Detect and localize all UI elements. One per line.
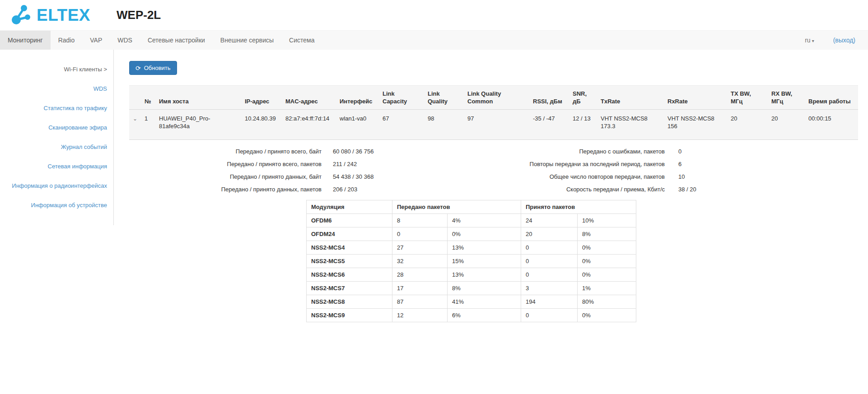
mod-tx-count: 12 (392, 309, 448, 322)
mod-rx-count: 24 (521, 214, 578, 227)
mod-name: NSS2-MCS9 (307, 309, 392, 322)
mod-tx-pct: 13% (448, 268, 521, 282)
refresh-button[interactable]: ⟳ Обновить (129, 61, 177, 75)
stat-value: 0 (665, 148, 681, 155)
modulation-table-wrap: Модуляция Передано пакетов Принято пакет… (306, 200, 858, 322)
col-num: № (141, 86, 155, 110)
client-link-quality-common: 97 (464, 110, 529, 140)
col-hostname: Имя хоста (155, 86, 241, 110)
col-tx-bw: TX BW, МГц (727, 86, 768, 110)
modulation-row: OFDM24 0 0% 20 8% (307, 227, 636, 241)
client-ip: 10.24.80.39 (241, 110, 282, 140)
eltex-logo: ELTEX (11, 4, 90, 26)
stat-label: Передано / принято данных, пакетов (129, 186, 322, 193)
modulation-row: NSS2-MCS5 32 15% 0 0% (307, 255, 636, 268)
main-panel: ⟳ Обновить № Имя хоста IP-адрес MAC-адре… (114, 50, 868, 340)
stat-value: 6 (665, 161, 681, 168)
sidebar-item-network-info[interactable]: Сетевая информация (48, 163, 107, 170)
mod-name: NSS2-MCS8 (307, 295, 392, 309)
col-mac: MAC-адрес (282, 86, 336, 110)
client-details: Передано / принято всего, байт 60 080 / … (129, 140, 858, 322)
stat-value: 60 080 / 36 756 (322, 148, 468, 155)
nav-right: ru▾ (выход) (805, 31, 868, 50)
mod-rx-count: 20 (521, 227, 578, 241)
header: ELTEX WEP-2L (0, 0, 868, 30)
language-value: ru (805, 37, 810, 44)
mod-col-modulation: Модуляция (307, 200, 392, 214)
col-rssi: RSSI, дБм (529, 86, 569, 110)
detail-row: Передано / принято всего, байт 60 080 / … (129, 148, 858, 155)
stat-label: Скорость передачи / приема, Кбит/с (468, 186, 665, 193)
client-interface: wlan1-va0 (336, 110, 379, 140)
mod-rx-pct: 80% (578, 295, 636, 309)
client-tx-bw: 20 (727, 110, 768, 140)
stat-label: Передано / принято всего, байт (129, 148, 322, 155)
collapse-row-icon[interactable]: ⌄ (133, 116, 137, 122)
mod-name: OFDM6 (307, 214, 392, 227)
mod-name: OFDM24 (307, 227, 392, 241)
client-num: 1 (141, 110, 155, 140)
tab-monitoring[interactable]: Мониторинг (0, 31, 51, 50)
sidebar-item-wifi-clients[interactable]: Wi-Fi клиенты > (64, 66, 107, 73)
tab-system[interactable]: Система (281, 31, 322, 50)
mod-rx-count: 0 (521, 268, 578, 282)
mod-rx-pct: 1% (578, 282, 636, 295)
tab-wds[interactable]: WDS (110, 31, 140, 50)
modulation-row: NSS2-MCS9 12 6% 0 0% (307, 309, 636, 322)
stat-label: Передано / принято данных, байт (129, 173, 322, 181)
mod-tx-count: 32 (392, 255, 448, 268)
col-uptime: Время работы (805, 86, 858, 110)
modulation-row: OFDM6 8 4% 24 10% (307, 214, 636, 227)
device-title: WEP-2L (117, 8, 161, 22)
logout-link[interactable]: (выход) (833, 37, 855, 44)
mod-rx-pct: 0% (578, 309, 636, 322)
sidebar-item-radio-info[interactable]: Информация о радиоинтерфейсах (12, 182, 107, 189)
col-link-capacity: Link Capacity (379, 86, 424, 110)
mod-rx-pct: 0% (578, 268, 636, 282)
sidebar-item-air-scan[interactable]: Сканирование эфира (48, 124, 107, 131)
client-hostname: HUAWEI_P40_Pro-81afe9c34a (155, 110, 241, 140)
client-uptime: 00:00:15 (805, 110, 858, 140)
col-link-quality: Link Quality (424, 86, 464, 110)
mod-col-rx-packets: Принято пакетов (521, 200, 636, 214)
mod-tx-pct: 6% (448, 309, 521, 322)
modulation-row: NSS2-MCS8 87 41% 194 80% (307, 295, 636, 309)
top-navbar: Мониторинг Radio VAP WDS Сетевые настрой… (0, 30, 868, 50)
tab-external-services[interactable]: Внешние сервисы (213, 31, 281, 50)
sidebar-item-wds[interactable]: WDS (93, 85, 107, 92)
mod-rx-count: 0 (521, 241, 578, 255)
mod-rx-count: 0 (521, 309, 578, 322)
stat-value: 38 / 20 (665, 186, 696, 193)
chevron-down-icon: ▾ (812, 38, 814, 43)
language-dropdown[interactable]: ru▾ (805, 37, 814, 44)
mod-tx-count: 87 (392, 295, 448, 309)
mod-name: NSS2-MCS6 (307, 268, 392, 282)
mod-name: NSS2-MCS7 (307, 282, 392, 295)
client-rssi: -35 / -47 (529, 110, 569, 140)
client-mac: 82:a7:e4:ff:7d:14 (282, 110, 336, 140)
client-rx-bw: 20 (768, 110, 805, 140)
mod-rx-pct: 0% (578, 241, 636, 255)
tab-network-settings[interactable]: Сетевые настройки (140, 31, 213, 50)
stat-value: 10 (665, 173, 685, 181)
mod-tx-pct: 15% (448, 255, 521, 268)
molecule-icon (11, 4, 32, 26)
mod-name: NSS2-MCS5 (307, 255, 392, 268)
mod-tx-count: 17 (392, 282, 448, 295)
mod-rx-count: 3 (521, 282, 578, 295)
tab-vap[interactable]: VAP (82, 31, 110, 50)
stat-label: Передано с ошибками, пакетов (468, 148, 665, 155)
col-snr: SNR, дБ (569, 86, 597, 110)
mod-tx-count: 8 (392, 214, 448, 227)
col-rxrate: RxRate (664, 86, 727, 110)
refresh-button-label: Обновить (144, 65, 171, 71)
tab-radio[interactable]: Radio (51, 31, 83, 50)
sidebar-item-traffic-stats[interactable]: Статистика по трафику (44, 105, 107, 111)
col-txrate: TxRate (597, 86, 664, 110)
col-link-quality-common: Link Quality Common (464, 86, 529, 110)
sidebar-item-event-log[interactable]: Журнал событий (61, 144, 107, 150)
mod-tx-count: 27 (392, 241, 448, 255)
modulation-row: NSS2-MCS6 28 13% 0 0% (307, 268, 636, 282)
mod-rx-pct: 0% (578, 255, 636, 268)
sidebar-item-device-info[interactable]: Информация об устройстве (31, 202, 107, 209)
